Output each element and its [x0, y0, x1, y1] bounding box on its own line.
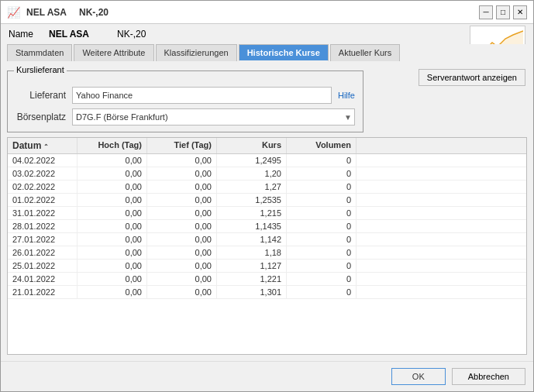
- cell-tief: 0,00: [147, 167, 217, 180]
- cell-kurs: 1,18: [217, 246, 287, 259]
- cell-volumen: 0: [287, 207, 357, 219]
- cell-datum: 03.02.2022: [8, 167, 78, 180]
- cell-empty: [357, 194, 526, 206]
- cell-empty: [357, 154, 526, 167]
- cell-hoch: 0,00: [78, 220, 147, 232]
- minimize-button[interactable]: ─: [479, 5, 493, 19]
- server-antwort-button[interactable]: Serverantwort anzeigen: [419, 69, 525, 86]
- table-row[interactable]: 03.02.2022 0,00 0,00 1,20 0: [8, 167, 526, 181]
- title-bar: 📈 NEL ASA NK-,20 ─ □ ✕: [1, 1, 533, 24]
- title-bar-subtitle: NK-,20: [79, 7, 109, 18]
- cell-hoch: 0,00: [78, 167, 147, 180]
- table-row[interactable]: 01.02.2022 0,00 0,00 1,2535 0: [8, 194, 526, 207]
- boersenplatz-select-wrapper: D7G.F (Börse Frankfurt) ▼: [72, 108, 355, 126]
- kurslieferant-inner: Lieferant Hilfe Börsenplatz D7G.F (Börse…: [16, 87, 355, 126]
- tab-klassifizierungen[interactable]: Klassifizierungen: [156, 44, 237, 61]
- table-body[interactable]: 04.02.2022 0,00 0,00 1,2495 0 03.02.2022…: [8, 154, 526, 354]
- cell-datum: 24.01.2022: [8, 273, 78, 285]
- close-button[interactable]: ✕: [513, 5, 527, 19]
- tab-aktueller-kurs[interactable]: Aktueller Kurs: [330, 44, 400, 61]
- boersenplatz-label: Börsenplatz: [16, 112, 66, 122]
- cell-kurs: 1,27: [217, 181, 287, 193]
- cell-empty: [357, 273, 526, 285]
- table-header: Datum ⌃ Hoch (Tag) Tief (Tag) Kurs Volum…: [8, 138, 526, 154]
- cell-datum: 26.01.2022: [8, 246, 78, 259]
- col-tief: Tief (Tag): [147, 138, 217, 153]
- table-row[interactable]: 28.01.2022 0,00 0,00 1,1435 0: [8, 220, 526, 233]
- table-row[interactable]: 27.01.2022 0,00 0,00 1,142 0: [8, 233, 526, 246]
- table-row[interactable]: 02.02.2022 0,00 0,00 1,27 0: [8, 181, 526, 194]
- group-title-kurslieferant: Kurslieferant: [14, 65, 67, 74]
- cell-kurs: 1,301: [217, 286, 287, 298]
- cell-tief: 0,00: [147, 154, 217, 167]
- restore-button[interactable]: □: [496, 5, 510, 19]
- cell-datum: 01.02.2022: [8, 194, 78, 206]
- app-icon: 📈: [7, 6, 20, 19]
- title-bar-title: NEL ASA: [26, 7, 67, 18]
- cell-empty: [357, 260, 526, 272]
- lieferant-row: Lieferant Hilfe: [16, 87, 355, 104]
- cell-kurs: 1,2495: [217, 154, 287, 167]
- cell-kurs: 1,142: [217, 233, 287, 246]
- lieferant-input[interactable]: [72, 87, 332, 104]
- name-label: Name: [9, 29, 33, 40]
- table-row[interactable]: 24.01.2022 0,00 0,00 1,221 0: [8, 273, 526, 286]
- table-row[interactable]: 21.01.2022 0,00 0,00 1,301 0: [8, 286, 526, 299]
- cell-tief: 0,00: [147, 246, 217, 259]
- cell-datum: 04.02.2022: [8, 154, 78, 167]
- cell-datum: 25.01.2022: [8, 260, 78, 272]
- boersenplatz-row: Börsenplatz D7G.F (Börse Frankfurt) ▼: [16, 108, 355, 126]
- cell-datum: 02.02.2022: [8, 181, 78, 193]
- ok-button[interactable]: OK: [391, 368, 446, 385]
- cell-volumen: 0: [287, 154, 357, 167]
- cell-tief: 0,00: [147, 233, 217, 246]
- cell-tief: 0,00: [147, 273, 217, 285]
- cell-empty: [357, 246, 526, 259]
- name-bar: Name NEL ASA NK-,20: [1, 24, 533, 44]
- cell-empty: [357, 167, 526, 180]
- tab-historische-kurse[interactable]: Historische Kurse: [239, 44, 329, 61]
- data-table: Datum ⌃ Hoch (Tag) Tief (Tag) Kurs Volum…: [7, 137, 527, 355]
- cell-kurs: 1,221: [217, 273, 287, 285]
- cell-datum: 28.01.2022: [8, 220, 78, 232]
- cell-hoch: 0,00: [78, 207, 147, 219]
- cell-hoch: 0,00: [78, 181, 147, 193]
- bottom-bar: OK Abbrechen: [1, 361, 533, 391]
- tabs-container: Stammdaten Weitere Attribute Klassifizie…: [1, 44, 533, 61]
- cell-volumen: 0: [287, 194, 357, 206]
- col-datum: Datum ⌃: [8, 138, 78, 153]
- cell-kurs: 1,1435: [217, 220, 287, 232]
- cell-kurs: 1,20: [217, 167, 287, 180]
- cell-volumen: 0: [287, 260, 357, 272]
- cell-volumen: 0: [287, 233, 357, 246]
- cell-volumen: 0: [287, 246, 357, 259]
- cancel-button[interactable]: Abbrechen: [452, 368, 525, 385]
- tab-weitere[interactable]: Weitere Attribute: [74, 44, 153, 61]
- boersenplatz-select[interactable]: D7G.F (Börse Frankfurt): [72, 108, 355, 126]
- tab-stammdaten[interactable]: Stammdaten: [7, 44, 72, 61]
- cell-tief: 0,00: [147, 220, 217, 232]
- cell-tief: 0,00: [147, 181, 217, 193]
- col-kurs: Kurs: [217, 138, 287, 153]
- window-controls: ─ □ ✕: [479, 5, 527, 19]
- lieferant-label: Lieferant: [16, 90, 66, 101]
- col-empty: [357, 138, 526, 153]
- cell-volumen: 0: [287, 286, 357, 298]
- kurslieferant-group: Kurslieferant Lieferant Hilfe Börsenplat…: [7, 70, 363, 132]
- cell-kurs: 1,127: [217, 260, 287, 272]
- table-row[interactable]: 26.01.2022 0,00 0,00 1,18 0: [8, 246, 526, 260]
- cell-volumen: 0: [287, 273, 357, 285]
- col-volumen: Volumen: [287, 138, 357, 153]
- main-window: 📈 NEL ASA NK-,20 ─ □ ✕ Name NEL ASA NK-,…: [0, 0, 534, 392]
- cell-volumen: 0: [287, 220, 357, 232]
- cell-tief: 0,00: [147, 260, 217, 272]
- hilfe-link[interactable]: Hilfe: [338, 91, 355, 100]
- name-value: NEL ASA: [49, 29, 89, 40]
- col-hoch: Hoch (Tag): [78, 138, 147, 153]
- table-row[interactable]: 04.02.2022 0,00 0,00 1,2495 0: [8, 154, 526, 167]
- table-row[interactable]: 25.01.2022 0,00 0,00 1,127 0: [8, 260, 526, 273]
- table-row[interactable]: 31.01.2022 0,00 0,00 1,215 0: [8, 207, 526, 220]
- nk-value: NK-,20: [117, 29, 146, 40]
- cell-hoch: 0,00: [78, 286, 147, 298]
- cell-empty: [357, 207, 526, 219]
